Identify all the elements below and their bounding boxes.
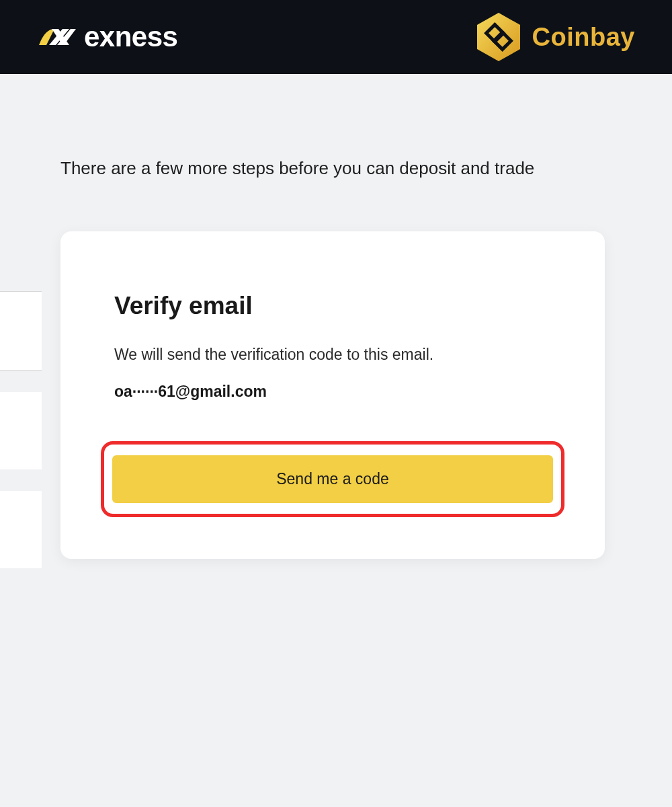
side-box-1 bbox=[0, 291, 42, 371]
card-description: We will send the verification code to th… bbox=[114, 346, 551, 364]
coinbay-hexagon-icon bbox=[474, 10, 523, 64]
side-box-3 bbox=[0, 491, 42, 568]
send-code-button[interactable]: Send me a code bbox=[112, 455, 553, 503]
intro-text: There are a few more steps before you ca… bbox=[0, 74, 672, 179]
exness-icon bbox=[37, 24, 76, 50]
masked-email: oa······61@gmail.com bbox=[114, 383, 551, 401]
verify-email-card: Verify email We will send the verificati… bbox=[60, 231, 605, 559]
card-title: Verify email bbox=[114, 292, 551, 320]
exness-brand-text: exness bbox=[84, 21, 177, 53]
coinbay-logo: Coinbay bbox=[474, 10, 635, 64]
header-bar: exness Coinbay bbox=[0, 0, 672, 74]
side-box-2 bbox=[0, 392, 42, 469]
side-step-indicators bbox=[0, 291, 42, 568]
exness-logo: exness bbox=[37, 21, 177, 53]
main-content: There are a few more steps before you ca… bbox=[0, 74, 672, 559]
coinbay-brand-text: Coinbay bbox=[532, 23, 635, 52]
button-highlight-frame: Send me a code bbox=[101, 441, 564, 517]
